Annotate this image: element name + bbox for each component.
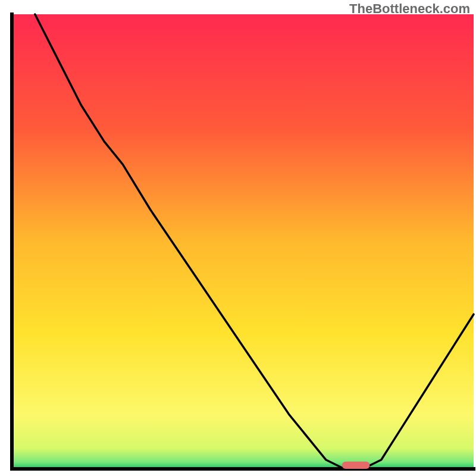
optimal-zone-marker <box>342 462 370 469</box>
watermark-label: TheBottleneck.com <box>349 1 470 17</box>
bottleneck-chart: TheBottleneck.com <box>0 0 476 476</box>
plot-background <box>12 14 474 469</box>
chart-svg <box>0 0 476 476</box>
